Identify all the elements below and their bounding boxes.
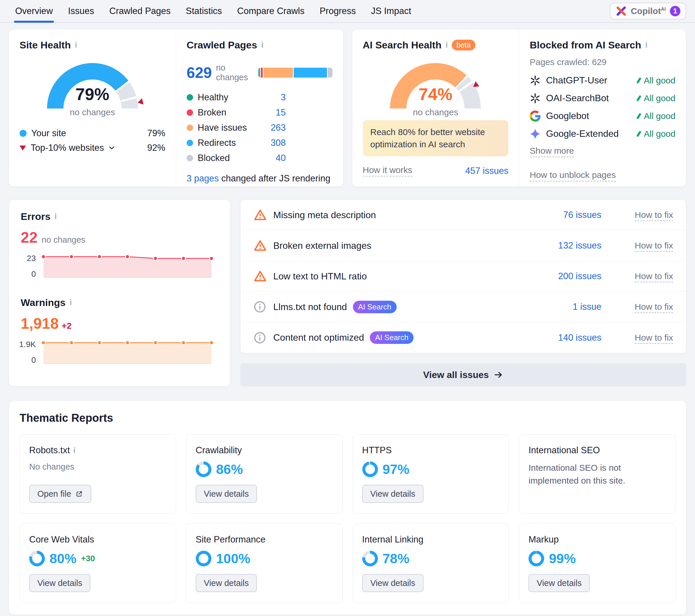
view-all-issues-button[interactable]: View all issues	[240, 363, 686, 387]
issue-count-link[interactable]: 200 issues	[526, 271, 601, 281]
errors-warnings-card: Errors i 22 no changes 230 Warnings i 1,	[9, 200, 231, 387]
info-icon[interactable]: i	[75, 40, 77, 50]
copilot-label: CopilotAI	[631, 6, 666, 16]
bot-row-google-extended: Google-Extended All good	[530, 126, 676, 142]
status-ok-icon	[636, 95, 641, 101]
issue-count-link[interactable]: 76 issues	[526, 210, 601, 220]
open-file-button[interactable]: Open file	[29, 485, 91, 503]
bar-segment-broken	[261, 68, 262, 78]
tab-overview[interactable]: Overview	[9, 0, 59, 22]
tab-issues[interactable]: Issues	[62, 0, 101, 22]
warning-triangle-icon	[253, 270, 267, 283]
copilot-button[interactable]: CopilotAI 1	[610, 3, 686, 19]
tab-crawled-pages[interactable]: Crawled Pages	[103, 0, 177, 22]
site-health-value: 79%	[43, 84, 142, 104]
issue-row: Missing meta description 76 issues How t…	[241, 200, 686, 230]
markup-card: Markup 99% View details	[519, 524, 676, 603]
https-donut	[362, 461, 378, 477]
tab-statistics[interactable]: Statistics	[180, 0, 228, 22]
issue-label: Missing meta description	[273, 210, 376, 221]
tab-js-impact[interactable]: JS Impact	[365, 0, 418, 22]
info-circle-icon	[253, 301, 267, 313]
legend-label: Redirects	[198, 138, 236, 148]
legend-count-link[interactable]: 308	[271, 138, 286, 148]
bot-name: ChatGPT-User	[546, 75, 607, 86]
issue-row: Content not optimized AI Search 140 issu…	[241, 322, 686, 353]
thematic-reports-panel: Thematic Reports Robots.txt i No changes…	[9, 400, 686, 615]
info-icon[interactable]: i	[645, 40, 648, 50]
legend-count-link[interactable]: 15	[276, 107, 286, 118]
issue-row: Low text to HTML ratio 200 issues How to…	[241, 261, 686, 292]
card-title: Internal Linking	[362, 534, 423, 545]
warnings-spark-chart	[40, 339, 215, 365]
crawled-total[interactable]: 629	[187, 64, 212, 81]
how-it-works-link[interactable]: How it works	[363, 165, 412, 176]
warnings-axis: 1.9K0	[21, 339, 40, 365]
crawled-stacked-bar	[258, 68, 332, 78]
legend-label: Broken	[198, 107, 226, 118]
bot-name: OAI-SearchBot	[546, 93, 609, 104]
report-tabs: Overview Issues Crawled Pages Statistics…	[9, 0, 418, 22]
legend-row-blocked: Blocked 40	[187, 151, 286, 166]
site-health-title: Site Health	[19, 39, 71, 51]
issue-count-link[interactable]: 132 issues	[526, 240, 601, 251]
ai-issues-link[interactable]: 457 issues	[465, 166, 508, 176]
how-to-fix-link[interactable]: How to fix	[634, 241, 673, 252]
warning-triangle-icon	[253, 239, 267, 252]
how-to-fix-link[interactable]: How to fix	[634, 333, 673, 344]
legend-value: 79%	[147, 128, 165, 139]
info-icon[interactable]: i	[73, 446, 76, 455]
https-card: HTTPS 97% View details	[353, 434, 509, 514]
errors-axis: 230	[21, 253, 40, 279]
legend-count-link[interactable]: 3	[281, 92, 286, 103]
bar-segment-redirects	[294, 68, 327, 78]
view-details-button[interactable]: View details	[362, 485, 423, 503]
view-details-button[interactable]: View details	[29, 574, 90, 592]
core-web-vitals-delta: +30	[81, 554, 95, 563]
how-to-unblock-link[interactable]: How to unblock pages	[530, 170, 616, 182]
view-details-button[interactable]: View details	[196, 574, 257, 592]
ai-search-health-value: 74%	[386, 84, 485, 104]
card-title: International SEO	[528, 445, 600, 456]
issue-count-link[interactable]: 1 issue	[526, 302, 601, 312]
errors-count: 22	[21, 229, 38, 246]
bot-status: All good	[638, 75, 676, 85]
openai-logo-icon	[530, 75, 541, 86]
thematic-reports-title: Thematic Reports	[19, 412, 676, 424]
arrow-right-icon	[493, 370, 503, 380]
tab-compare-crawls[interactable]: Compare Crawls	[231, 0, 311, 22]
ai-search-badge: AI Search	[370, 331, 413, 344]
show-more-link[interactable]: Show more	[530, 146, 574, 157]
ai-search-health-card: AI Search Health i beta 74% no changes R…	[352, 30, 519, 186]
ai-search-health-change: no changes	[386, 107, 485, 117]
js-pages-link[interactable]: 3 pages	[187, 173, 219, 184]
bot-name: Google-Extended	[546, 129, 618, 139]
how-to-fix-link[interactable]: How to fix	[634, 302, 673, 313]
errors-title: Errors	[21, 211, 50, 222]
view-details-button[interactable]: View details	[528, 574, 590, 592]
view-details-button[interactable]: View details	[196, 485, 257, 503]
google-logo-icon	[530, 110, 541, 122]
tab-progress[interactable]: Progress	[313, 0, 362, 22]
site-performance-score: 100%	[216, 551, 251, 566]
how-to-fix-link[interactable]: How to fix	[634, 271, 673, 282]
errors-spark-chart	[40, 253, 215, 279]
legend-count-link[interactable]: 40	[276, 153, 286, 163]
how-to-fix-link[interactable]: How to fix	[634, 210, 673, 221]
info-icon[interactable]: i	[446, 40, 448, 50]
markup-score: 99%	[549, 551, 576, 566]
info-icon[interactable]: i	[70, 298, 72, 307]
info-icon[interactable]: i	[54, 212, 57, 221]
warnings-title: Warnings	[21, 297, 66, 308]
warning-triangle-icon	[253, 208, 267, 222]
info-icon[interactable]: i	[261, 40, 264, 50]
view-details-button[interactable]: View details	[362, 574, 423, 592]
bot-status: All good	[638, 129, 676, 139]
legend-count-link[interactable]: 263	[271, 122, 286, 133]
google-extended-logo-icon	[530, 129, 541, 139]
ai-search-health-gauge: 74% no changes	[386, 63, 485, 114]
bot-row-googlebot: Googlebot All good	[530, 108, 676, 124]
warnings-delta: +2	[62, 321, 71, 331]
issue-count-link[interactable]: 140 issues	[526, 332, 601, 343]
crawled-pages-card: Crawled Pages i 629 no changes	[176, 30, 343, 186]
